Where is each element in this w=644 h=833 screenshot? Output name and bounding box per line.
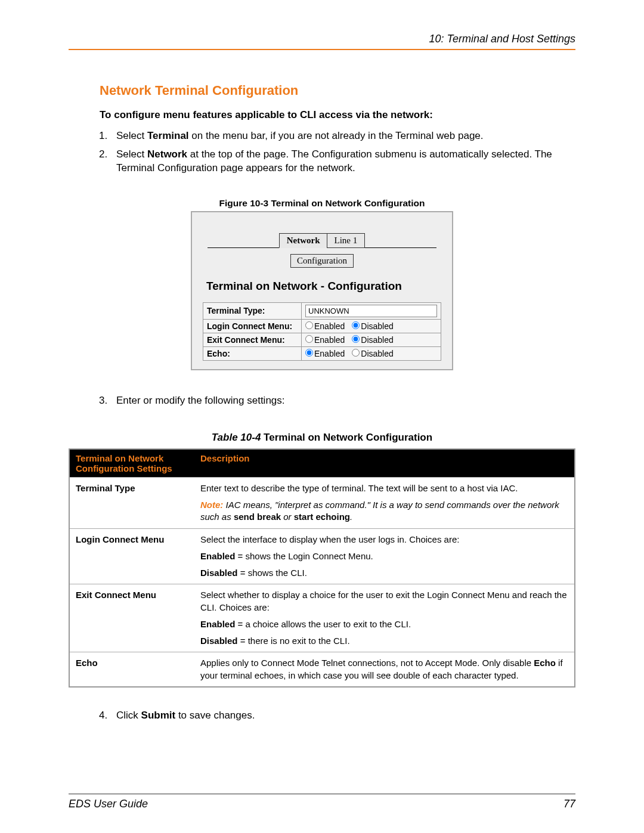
echo-disabled-label: Disabled: [361, 349, 393, 358]
ecm-disabled-radio[interactable]: [352, 335, 360, 343]
echo-enabled-radio[interactable]: [305, 349, 313, 357]
table-row: EchoApplies only to Connect Mode Telnet …: [69, 652, 575, 687]
table-caption: Table 10-4 Terminal on Network Configura…: [69, 432, 575, 444]
figure-tabs: NetworkLine 1: [208, 233, 436, 248]
figure-table: Terminal Type: Login Connect Menu: Enabl…: [203, 302, 441, 361]
lcm-disabled-label: Disabled: [361, 321, 393, 331]
step-3: Enter or modify the following settings:: [110, 394, 569, 408]
th-settings: Terminal on Network Configuration Settin…: [69, 449, 194, 478]
lcm-enabled-radio[interactable]: [305, 321, 313, 329]
step-2: Select Network at the top of the page. T…: [110, 148, 569, 175]
terminal-type-input[interactable]: [305, 305, 437, 317]
footer-rule: [69, 794, 575, 794]
steps-list-final: Click Submit to save changes.: [110, 709, 569, 723]
terminal-type-label: Terminal Type:: [203, 302, 302, 319]
th-description: Description: [194, 449, 575, 478]
ecm-enabled-label: Enabled: [314, 335, 345, 345]
ecm-enabled-radio[interactable]: [305, 335, 313, 343]
row-description: Enter text to describe the type of termi…: [194, 477, 575, 528]
row-label: Exit Connect Menu: [69, 584, 194, 652]
table-row: Login Connect MenuSelect the interface t…: [69, 528, 575, 584]
settings-table: Terminal on Network Configuration Settin…: [69, 448, 575, 688]
section-title: Network Terminal Configuration: [100, 83, 575, 98]
tab-network[interactable]: Network: [279, 233, 328, 248]
row-description: Select whether to display a choice for t…: [194, 584, 575, 652]
row-label: Login Connect Menu: [69, 528, 194, 584]
figure-box: NetworkLine 1 Configuration Terminal on …: [191, 211, 453, 370]
table-row: Terminal TypeEnter text to describe the …: [69, 477, 575, 528]
row-description: Select the interface to display when the…: [194, 528, 575, 584]
footer-guide-name: EDS User Guide: [69, 798, 148, 810]
row-description: Applies only to Connect Mode Telnet conn…: [194, 652, 575, 687]
table-row: Exit Connect MenuSelect whether to displ…: [69, 584, 575, 652]
echo-enabled-label: Enabled: [314, 349, 345, 358]
tab-line1[interactable]: Line 1: [327, 233, 366, 248]
figure-heading: Terminal on Network - Configuration: [203, 280, 441, 293]
intro-text: To configure menu features applicable to…: [100, 109, 575, 121]
step-1: Select Terminal on the menu bar, if you …: [110, 129, 569, 143]
row-label: Terminal Type: [69, 477, 194, 528]
page-footer: EDS User Guide 77: [69, 794, 575, 810]
footer-page-number: 77: [564, 798, 575, 810]
chapter-header: 10: Terminal and Host Settings: [69, 33, 575, 45]
top-rule: [69, 49, 575, 50]
ecm-disabled-label: Disabled: [361, 335, 393, 345]
figure-caption: Figure 10-3 Terminal on Network Configur…: [69, 198, 575, 209]
login-connect-menu-label: Login Connect Menu:: [203, 319, 302, 333]
subtab-configuration[interactable]: Configuration: [290, 254, 354, 268]
exit-connect-menu-label: Exit Connect Menu:: [203, 333, 302, 346]
steps-list-continued: Enter or modify the following settings:: [110, 394, 569, 408]
lcm-disabled-radio[interactable]: [352, 321, 360, 329]
steps-list: Select Terminal on the menu bar, if you …: [110, 129, 569, 175]
echo-disabled-radio[interactable]: [352, 349, 360, 357]
row-label: Echo: [69, 652, 194, 687]
echo-label: Echo:: [203, 346, 302, 360]
step-4: Click Submit to save changes.: [110, 709, 569, 723]
lcm-enabled-label: Enabled: [314, 321, 345, 331]
